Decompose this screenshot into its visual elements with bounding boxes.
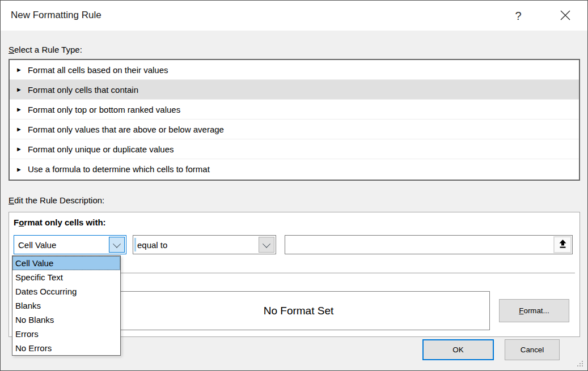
- rule-type-item-label: Format only values that are above or bel…: [28, 125, 224, 134]
- right-pointer-icon: ►: [16, 146, 22, 152]
- rule-type-item-unique-duplicate[interactable]: ► Format only unique or duplicate values: [10, 139, 579, 159]
- help-icon: ?: [515, 10, 521, 23]
- comparison-value-refedit: [285, 235, 573, 254]
- chevron-down-icon: [263, 240, 270, 248]
- help-button[interactable]: ?: [505, 5, 531, 27]
- format-preview-text: No Format Set: [264, 305, 334, 317]
- format-button[interactable]: Format...: [499, 299, 569, 322]
- cancel-button[interactable]: Cancel: [505, 339, 560, 360]
- rule-type-list: ► Format all cells based on their values…: [9, 59, 580, 181]
- dialog-title: New Formatting Rule: [11, 10, 101, 21]
- collapse-dialog-button[interactable]: [553, 236, 572, 253]
- rule-type-item-above-below-average[interactable]: ► Format only values that are above or b…: [10, 120, 579, 139]
- rule-type-item-label: Use a formula to determine which cells t…: [28, 164, 210, 174]
- rule-type-item-format-all-cells[interactable]: ► Format all cells based on their values: [10, 60, 579, 80]
- operator-combobox[interactable]: equal to: [133, 235, 276, 254]
- chevron-down-icon: [113, 240, 121, 248]
- operator-combobox-dropdown-button[interactable]: [259, 237, 274, 253]
- rule-type-item-cells-that-contain[interactable]: ► Format only cells that contain: [10, 80, 579, 100]
- right-pointer-icon: ►: [16, 106, 22, 113]
- close-button[interactable]: [552, 5, 579, 27]
- right-pointer-icon: ►: [16, 126, 22, 133]
- collapse-dialog-up-arrow-icon: [558, 239, 568, 250]
- format-preview-box: No Format Set: [107, 291, 490, 330]
- rule-type-label: Select a Rule Type:: [9, 45, 82, 54]
- title-bar: New Formatting Rule ?: [1, 1, 587, 31]
- cell-value-combobox[interactable]: Cell Value: [14, 235, 126, 254]
- cell-value-combobox-dropdown-button[interactable]: [109, 237, 125, 253]
- rule-type-item-label: Format only cells that contain: [28, 85, 138, 95]
- rule-type-item-label: Format only top or bottom ranked values: [28, 105, 180, 114]
- dropdown-option-errors[interactable]: Errors: [12, 327, 120, 341]
- right-pointer-icon: ►: [16, 166, 22, 173]
- dropdown-option-no-blanks[interactable]: No Blanks: [12, 313, 120, 327]
- close-icon: [559, 9, 572, 23]
- right-pointer-icon: ►: [16, 66, 22, 73]
- rule-type-item-label: Format all cells based on their values: [28, 65, 168, 75]
- dropdown-option-blanks[interactable]: Blanks: [12, 298, 120, 313]
- ok-button[interactable]: OK: [422, 339, 494, 360]
- new-formatting-rule-dialog: New Formatting Rule ? Select a Rule Type…: [0, 0, 588, 371]
- text-caret: [134, 238, 136, 251]
- cell-value-combobox-value: Cell Value: [14, 240, 56, 250]
- cell-value-dropdown-list: Cell Value Specific Text Dates Occurring…: [12, 255, 121, 356]
- resize-grip[interactable]: [577, 361, 584, 368]
- rule-description-label: Edit the Rule Description:: [9, 195, 104, 205]
- rule-type-item-top-bottom-ranked[interactable]: ► Format only top or bottom ranked value…: [10, 100, 579, 120]
- dropdown-option-cell-value[interactable]: Cell Value: [12, 256, 120, 270]
- rule-type-item-use-formula[interactable]: ► Use a formula to determine which cells…: [10, 159, 579, 179]
- right-pointer-icon: ►: [16, 86, 22, 93]
- dropdown-option-specific-text[interactable]: Specific Text: [12, 270, 120, 284]
- rule-type-item-label: Format only unique or duplicate values: [28, 144, 174, 154]
- format-only-cells-with-heading: Format only cells with:: [14, 218, 106, 227]
- operator-combobox-value: equal to: [133, 240, 167, 250]
- dropdown-option-no-errors[interactable]: No Errors: [12, 341, 120, 355]
- comparison-value-input[interactable]: [286, 236, 549, 253]
- dropdown-option-dates-occurring[interactable]: Dates Occurring: [12, 284, 120, 298]
